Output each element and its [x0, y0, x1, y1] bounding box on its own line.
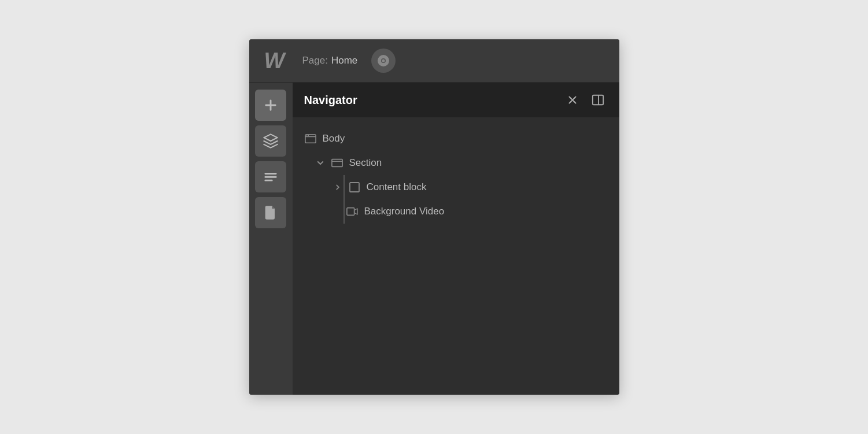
content-block-chevron-icon [333, 183, 342, 192]
add-element-button[interactable] [255, 90, 286, 121]
components-button[interactable] [255, 125, 286, 157]
plus-icon [263, 97, 279, 113]
background-video-label: Background Video [364, 206, 445, 217]
section-rect-icon [331, 157, 343, 169]
webflow-logo-text: W [264, 50, 285, 72]
navigator-button[interactable] [255, 161, 286, 192]
panel-icon [592, 94, 604, 106]
page-label: Page: [302, 55, 328, 66]
app-window: W Page: Home [249, 39, 619, 395]
panel-toggle-button[interactable] [588, 90, 608, 110]
preview-button[interactable] [371, 49, 396, 73]
navigator-header: Navigator [293, 83, 619, 117]
navigator-panel: Navigator [293, 83, 619, 395]
content-block-icon [348, 181, 361, 194]
tree-connector [343, 175, 345, 224]
nav-header-icons [563, 90, 608, 110]
section-chevron-icon [316, 158, 325, 168]
tree-item-body[interactable]: Body [293, 127, 619, 151]
tree-item-background-video[interactable]: Background Video [293, 199, 619, 224]
svg-rect-4 [265, 176, 277, 178]
chevron-right-icon [334, 184, 341, 191]
section-children: Content block Background Video [293, 175, 619, 224]
tree-container: Body Sec [293, 117, 619, 395]
close-navigator-button[interactable] [563, 90, 582, 110]
svg-rect-15 [346, 208, 354, 216]
svg-point-10 [306, 135, 306, 136]
content-block-rect-icon [349, 181, 360, 193]
cube-icon [263, 133, 279, 149]
svg-rect-3 [265, 173, 277, 175]
body-icon [304, 132, 317, 145]
tree-item-section[interactable]: Section [293, 151, 619, 175]
main-area: Navigator [249, 83, 619, 395]
svg-point-11 [308, 135, 308, 136]
close-icon [566, 94, 579, 106]
content-block-label: Content block [367, 181, 427, 193]
browser-icon [305, 133, 316, 144]
page-name: Home [331, 55, 357, 66]
layers-icon [263, 169, 279, 185]
chevron-down-icon [316, 159, 324, 167]
body-label: Body [323, 133, 345, 144]
eye-icon [376, 54, 390, 68]
webflow-logo: W [258, 44, 291, 77]
pages-button[interactable] [255, 197, 286, 228]
navigator-title: Navigator [304, 94, 563, 107]
svg-rect-12 [331, 159, 342, 167]
background-video-icon [346, 206, 358, 217]
section-icon [331, 157, 343, 169]
section-label: Section [349, 157, 382, 169]
top-bar: W Page: Home [249, 39, 619, 83]
svg-rect-5 [265, 180, 273, 181]
document-icon [263, 205, 279, 221]
sidebar [249, 83, 293, 395]
page-info: Page: Home [302, 55, 358, 66]
video-icon [346, 205, 359, 218]
tree-item-content-block[interactable]: Content block [293, 175, 619, 199]
svg-rect-14 [350, 183, 359, 192]
